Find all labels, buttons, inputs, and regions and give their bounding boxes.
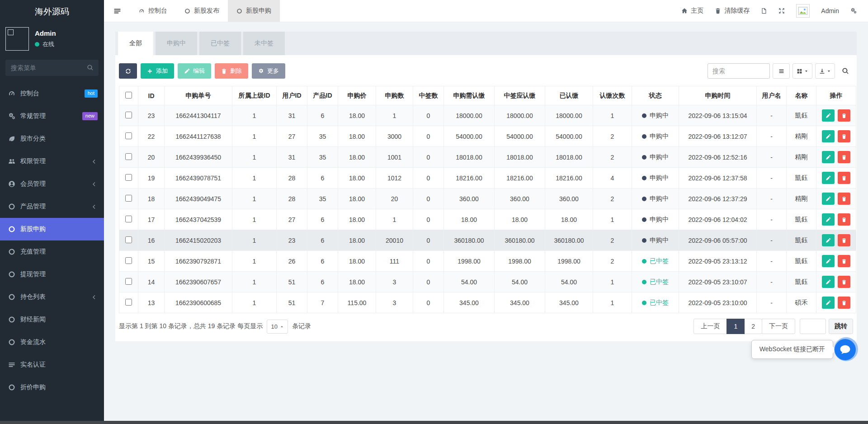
topbar-username[interactable]: Admin (821, 7, 839, 14)
sidebar-item-recharge[interactable]: 充值管理 (0, 240, 104, 263)
column-header[interactable]: 申购价 (338, 86, 376, 105)
fullscreen-button[interactable] (778, 8, 785, 14)
page-button[interactable]: 1 (726, 319, 745, 334)
row-delete-button[interactable] (838, 193, 850, 205)
edit-button[interactable]: 编辑 (178, 63, 211, 79)
next-page-button[interactable]: 下一页 (762, 319, 795, 334)
row-delete-button[interactable] (838, 109, 850, 122)
column-header[interactable]: 中签应认缴 (495, 86, 545, 105)
jump-button[interactable]: 跳转 (829, 319, 853, 334)
sidebar-item-product[interactable]: 产品管理 (0, 195, 104, 218)
jump-input[interactable] (800, 319, 826, 334)
table-row[interactable]: 22 1662441127638 1 27 35 18.00 3000 0 54… (119, 126, 856, 147)
column-header[interactable]: 用户ID (277, 86, 307, 105)
tab-console[interactable]: 控制台 (130, 0, 176, 22)
sidebar-item-position-list[interactable]: 持仓列表 (0, 286, 104, 308)
filter-tab-not-won[interactable]: 未中签 (243, 32, 285, 55)
sidebar-item-market-category[interactable]: 股市分类 (0, 127, 104, 150)
row-checkbox[interactable] (125, 299, 132, 306)
table-row[interactable]: 14 1662390607657 1 51 6 18.00 3 0 54.00 … (119, 272, 856, 292)
sidebar-item-fund-flow[interactable]: 资金流水 (0, 331, 104, 353)
row-edit-button[interactable] (822, 151, 835, 163)
sidebar-item-new-stock-subscribe[interactable]: 新股申购 (0, 218, 104, 240)
row-checkbox[interactable] (125, 278, 132, 285)
sidebar-item-withdraw[interactable]: 提现管理 (0, 263, 104, 286)
page-button[interactable]: 2 (744, 319, 762, 334)
row-delete-button[interactable] (838, 130, 850, 142)
more-button[interactable]: 更多 (252, 63, 285, 79)
row-checkbox[interactable] (125, 257, 132, 264)
export-button[interactable] (815, 63, 835, 79)
row-edit-button[interactable] (822, 276, 835, 288)
page-size-select[interactable]: 10 (267, 320, 288, 334)
sidebar-item-permission[interactable]: 权限管理 (0, 150, 104, 173)
column-header[interactable]: 申购需认缴 (444, 86, 495, 105)
sidebar-search-input[interactable] (5, 60, 99, 76)
row-delete-button[interactable] (838, 297, 850, 309)
column-header[interactable]: 名称 (787, 86, 816, 105)
search-button[interactable] (838, 63, 853, 79)
row-delete-button[interactable] (838, 276, 850, 288)
table-search-input[interactable] (708, 63, 770, 79)
row-delete-button[interactable] (838, 255, 850, 267)
column-header[interactable]: 申购时间 (679, 86, 757, 105)
select-all-checkbox[interactable] (125, 92, 132, 99)
table-row[interactable]: 17 1662437042539 1 27 6 18.00 1 0 18.00 … (119, 209, 856, 230)
sidebar-item-general[interactable]: 常规管理 new (0, 105, 104, 127)
filter-tab-all[interactable]: 全部 (118, 32, 153, 55)
column-header[interactable]: 申购单号 (165, 86, 232, 105)
row-edit-button[interactable] (822, 213, 835, 226)
filter-tab-subscribing[interactable]: 申购中 (156, 32, 197, 55)
row-checkbox[interactable] (125, 216, 132, 222)
row-edit-button[interactable] (822, 255, 835, 267)
grid-view-button[interactable] (793, 63, 812, 79)
list-view-button[interactable] (773, 63, 790, 79)
prev-page-button[interactable]: 上一页 (693, 319, 727, 334)
sidebar-item-discount-subscribe[interactable]: 折价申购 (0, 376, 104, 399)
sidebar-item-member[interactable]: 会员管理 (0, 173, 104, 195)
menu-toggle-button[interactable] (104, 0, 130, 22)
tab-new-stock-publish[interactable]: 新股发布 (176, 0, 228, 22)
refresh-button[interactable] (119, 63, 137, 79)
sidebar-item-realname-auth[interactable]: 实名认证 (0, 353, 104, 376)
row-delete-button[interactable] (838, 234, 850, 246)
table-row[interactable]: 16 1662415020203 1 23 6 18.00 20010 0 36… (119, 230, 856, 251)
row-checkbox[interactable] (125, 174, 132, 181)
tab-new-stock-subscribe[interactable]: 新股申购 (228, 0, 280, 22)
row-edit-button[interactable] (822, 172, 835, 184)
column-header[interactable]: ID (138, 86, 165, 105)
row-edit-button[interactable] (822, 234, 835, 246)
column-header[interactable]: 状态 (632, 86, 679, 105)
row-edit-button[interactable] (822, 193, 835, 205)
column-header[interactable]: 所属上级ID (232, 86, 277, 105)
home-link[interactable]: 主页 (681, 7, 703, 15)
table-row[interactable]: 19 1662439078751 1 28 6 18.00 1012 0 182… (119, 168, 856, 188)
row-checkbox[interactable] (125, 153, 132, 160)
row-edit-button[interactable] (822, 109, 835, 122)
add-button[interactable]: 添加 (141, 63, 174, 79)
settings-button[interactable] (850, 8, 857, 14)
column-header[interactable]: 操作 (816, 86, 856, 105)
column-header[interactable]: 产品ID (307, 86, 338, 105)
row-edit-button[interactable] (822, 130, 835, 142)
column-header[interactable]: 已认缴 (545, 86, 593, 105)
filter-tab-won[interactable]: 已中签 (199, 32, 241, 55)
clear-cache-link[interactable]: 清除缓存 (715, 7, 750, 15)
row-delete-button[interactable] (838, 172, 850, 184)
delete-button[interactable]: 删除 (215, 63, 248, 79)
topbar-avatar[interactable] (796, 4, 810, 18)
file-button[interactable] (761, 8, 767, 14)
table-row[interactable]: 23 1662441304117 1 31 6 18.00 1 0 18000.… (119, 105, 856, 126)
sidebar-item-finance-news[interactable]: 财经新闻 (0, 308, 104, 331)
column-header[interactable]: 申购数 (376, 86, 413, 105)
row-checkbox[interactable] (125, 195, 132, 202)
row-checkbox[interactable] (125, 236, 132, 243)
row-checkbox[interactable] (125, 112, 132, 118)
row-checkbox[interactable] (125, 132, 132, 139)
row-edit-button[interactable] (822, 297, 835, 309)
column-header[interactable]: 用户名 (757, 86, 787, 105)
row-delete-button[interactable] (838, 151, 850, 163)
table-row[interactable]: 20 1662439936450 1 31 35 18.00 1001 0 18… (119, 147, 856, 168)
chat-button[interactable] (834, 337, 858, 361)
row-delete-button[interactable] (838, 213, 850, 226)
